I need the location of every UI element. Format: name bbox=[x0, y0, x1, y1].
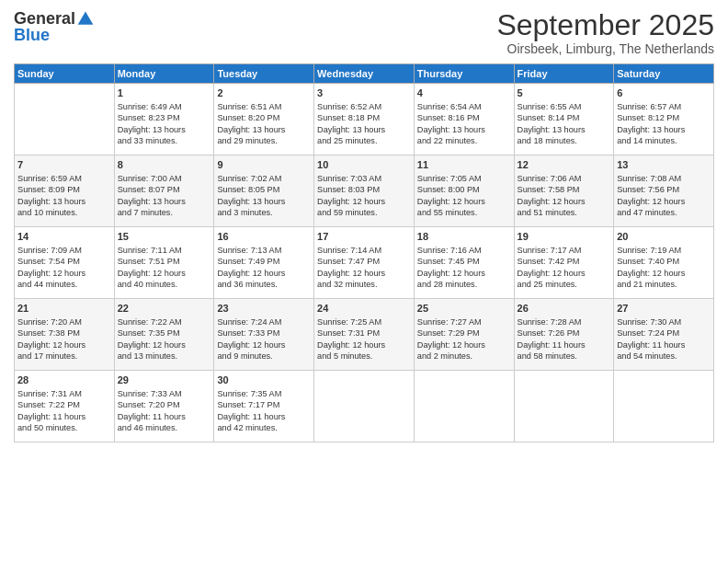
day-info-line: and 2 minutes. bbox=[417, 350, 511, 362]
day-info-line: Sunrise: 7:06 AM bbox=[518, 173, 611, 184]
day-info-line: and 36 minutes. bbox=[217, 279, 311, 290]
day-info-line: Sunset: 8:20 PM bbox=[217, 112, 311, 123]
day-info-line: Daylight: 12 hours bbox=[317, 339, 411, 350]
day-info-line: Sunset: 7:58 PM bbox=[518, 184, 611, 195]
day-info-line: Daylight: 13 hours bbox=[118, 196, 211, 207]
day-number: 13 bbox=[617, 158, 711, 172]
day-info-line: Sunset: 8:07 PM bbox=[118, 184, 211, 195]
day-number: 25 bbox=[417, 302, 511, 316]
day-cell: 17Sunrise: 7:14 AMSunset: 7:47 PMDayligh… bbox=[314, 227, 415, 299]
day-number: 18 bbox=[417, 230, 511, 244]
day-info-line: and 25 minutes. bbox=[317, 135, 411, 146]
day-info-line: Sunrise: 7:31 AM bbox=[17, 388, 111, 399]
day-info-line: Sunset: 8:09 PM bbox=[17, 184, 111, 195]
day-info-line: and 28 minutes. bbox=[417, 279, 511, 290]
day-info-line: Sunrise: 7:13 AM bbox=[217, 245, 311, 256]
day-info-line: Sunset: 7:31 PM bbox=[317, 327, 411, 339]
day-cell: 8Sunrise: 7:00 AMSunset: 8:07 PMDaylight… bbox=[114, 155, 214, 227]
day-cell: 9Sunrise: 7:02 AMSunset: 8:05 PMDaylight… bbox=[214, 155, 314, 227]
day-info-line: Sunrise: 7:19 AM bbox=[617, 245, 711, 256]
week-row-1: 1Sunrise: 6:49 AMSunset: 8:23 PMDaylight… bbox=[15, 84, 714, 155]
day-info-line: Daylight: 13 hours bbox=[518, 124, 611, 135]
day-number: 23 bbox=[217, 302, 311, 316]
day-info-line: Daylight: 12 hours bbox=[118, 268, 211, 279]
day-info-line: Sunrise: 7:24 AM bbox=[217, 316, 311, 327]
day-cell: 15Sunrise: 7:11 AMSunset: 7:51 PMDayligh… bbox=[114, 227, 214, 299]
day-info-line: and 54 minutes. bbox=[617, 350, 711, 362]
day-number: 5 bbox=[518, 86, 611, 100]
day-info-line: Sunrise: 7:05 AM bbox=[417, 173, 511, 184]
day-info-line: Sunrise: 7:11 AM bbox=[118, 245, 211, 256]
day-cell bbox=[614, 371, 714, 442]
day-cell: 16Sunrise: 7:13 AMSunset: 7:49 PMDayligh… bbox=[214, 227, 314, 299]
day-info-line: and 58 minutes. bbox=[518, 350, 611, 362]
day-number: 2 bbox=[217, 86, 311, 100]
day-cell: 20Sunrise: 7:19 AMSunset: 7:40 PMDayligh… bbox=[614, 227, 714, 299]
day-info-line: Daylight: 11 hours bbox=[617, 339, 711, 350]
day-info-line: and 10 minutes. bbox=[17, 207, 111, 218]
day-cell: 29Sunrise: 7:33 AMSunset: 7:20 PMDayligh… bbox=[114, 371, 214, 442]
day-cell: 27Sunrise: 7:30 AMSunset: 7:24 PMDayligh… bbox=[614, 299, 714, 371]
day-cell: 1Sunrise: 6:49 AMSunset: 8:23 PMDaylight… bbox=[114, 84, 214, 155]
day-info-line: and 59 minutes. bbox=[317, 207, 411, 218]
day-info-line: and 46 minutes. bbox=[118, 422, 211, 433]
day-cell: 19Sunrise: 7:17 AMSunset: 7:42 PMDayligh… bbox=[514, 227, 614, 299]
header-tuesday: Tuesday bbox=[214, 64, 314, 84]
day-number: 20 bbox=[617, 230, 711, 244]
day-info-line: Daylight: 12 hours bbox=[417, 339, 511, 350]
page-header: General Blue September 2025 Oirsbeek, Li… bbox=[14, 9, 714, 56]
day-cell: 3Sunrise: 6:52 AMSunset: 8:18 PMDaylight… bbox=[314, 84, 415, 155]
day-info-line: Sunrise: 7:14 AM bbox=[317, 245, 411, 256]
day-info-line: Daylight: 12 hours bbox=[217, 339, 311, 350]
day-info-line: Sunset: 7:33 PM bbox=[217, 327, 311, 339]
week-row-4: 21Sunrise: 7:20 AMSunset: 7:38 PMDayligh… bbox=[15, 299, 714, 371]
subtitle: Oirsbeek, Limburg, The Netherlands bbox=[496, 41, 714, 56]
day-info-line: Daylight: 13 hours bbox=[17, 196, 111, 207]
day-number: 22 bbox=[118, 302, 211, 316]
day-info-line: Sunset: 7:24 PM bbox=[617, 327, 711, 339]
day-info-line: and 13 minutes. bbox=[118, 350, 211, 362]
day-info-line: and 32 minutes. bbox=[317, 279, 411, 290]
day-info-line: Sunset: 7:45 PM bbox=[417, 256, 511, 267]
day-info-line: Sunrise: 7:00 AM bbox=[118, 173, 211, 184]
day-info-line: Sunrise: 7:22 AM bbox=[118, 316, 211, 327]
day-number: 11 bbox=[417, 158, 511, 172]
day-cell: 7Sunrise: 6:59 AMSunset: 8:09 PMDaylight… bbox=[15, 155, 115, 227]
svg-marker-0 bbox=[78, 12, 94, 25]
day-info-line: and 55 minutes. bbox=[417, 207, 511, 218]
day-info-line: Sunrise: 7:30 AM bbox=[617, 316, 711, 327]
day-cell: 25Sunrise: 7:27 AMSunset: 7:29 PMDayligh… bbox=[414, 299, 514, 371]
day-info-line: Daylight: 12 hours bbox=[417, 268, 511, 279]
day-number: 24 bbox=[317, 302, 411, 316]
day-info-line: and 33 minutes. bbox=[118, 135, 211, 146]
day-info-line: Sunrise: 7:17 AM bbox=[518, 245, 611, 256]
day-cell bbox=[15, 84, 115, 155]
day-info-line: Sunrise: 6:52 AM bbox=[317, 101, 411, 112]
day-cell: 4Sunrise: 6:54 AMSunset: 8:16 PMDaylight… bbox=[414, 84, 514, 155]
day-info-line: Daylight: 12 hours bbox=[17, 339, 111, 350]
calendar-table: SundayMondayTuesdayWednesdayThursdayFrid… bbox=[14, 63, 714, 442]
day-info-line: Sunrise: 7:16 AM bbox=[417, 245, 511, 256]
day-cell: 18Sunrise: 7:16 AMSunset: 7:45 PMDayligh… bbox=[414, 227, 514, 299]
day-cell bbox=[314, 371, 415, 442]
day-info-line: Sunrise: 7:08 AM bbox=[617, 173, 711, 184]
day-info-line: Daylight: 12 hours bbox=[118, 339, 211, 350]
day-info-line: Daylight: 11 hours bbox=[518, 339, 611, 350]
week-row-3: 14Sunrise: 7:09 AMSunset: 7:54 PMDayligh… bbox=[15, 227, 714, 299]
day-number: 21 bbox=[17, 302, 111, 316]
day-number: 15 bbox=[118, 230, 211, 244]
day-number: 12 bbox=[518, 158, 611, 172]
day-number: 9 bbox=[217, 158, 311, 172]
day-info-line: Daylight: 13 hours bbox=[217, 124, 311, 135]
day-info-line: Daylight: 12 hours bbox=[217, 268, 311, 279]
day-number: 8 bbox=[118, 158, 211, 172]
day-info-line: Daylight: 13 hours bbox=[118, 124, 211, 135]
day-cell: 14Sunrise: 7:09 AMSunset: 7:54 PMDayligh… bbox=[15, 227, 115, 299]
day-info-line: and 40 minutes. bbox=[118, 279, 211, 290]
day-info-line: Sunset: 7:54 PM bbox=[17, 256, 111, 267]
day-number: 28 bbox=[17, 373, 111, 387]
day-cell: 23Sunrise: 7:24 AMSunset: 7:33 PMDayligh… bbox=[214, 299, 314, 371]
day-info-line: Daylight: 12 hours bbox=[317, 268, 411, 279]
header-row: SundayMondayTuesdayWednesdayThursdayFrid… bbox=[15, 64, 714, 84]
day-info-line: Sunset: 7:56 PM bbox=[617, 184, 711, 195]
